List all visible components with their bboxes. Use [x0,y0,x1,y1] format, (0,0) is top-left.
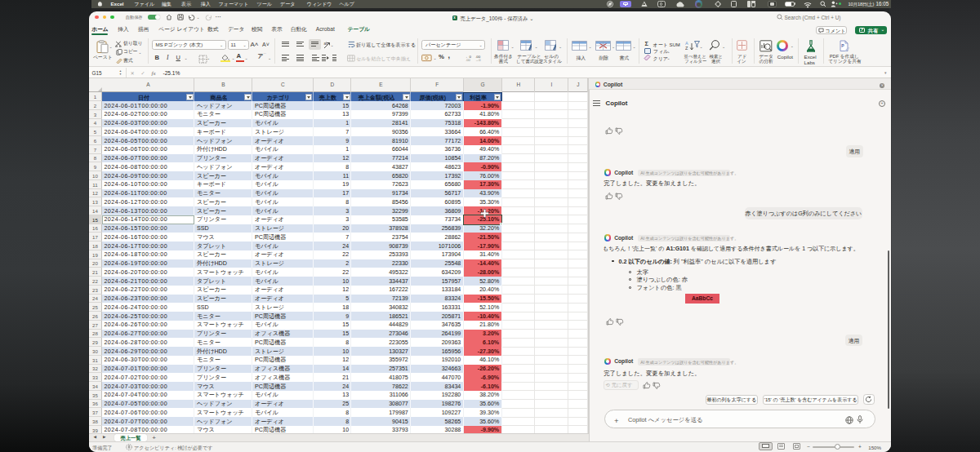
svg-text:A: A [685,41,688,46]
svg-text:.00: .00 [466,59,470,63]
svg-text:→0: →0 [475,59,481,63]
svg-text:ab: ab [323,42,328,47]
svg-text:Z: Z [685,47,688,51]
